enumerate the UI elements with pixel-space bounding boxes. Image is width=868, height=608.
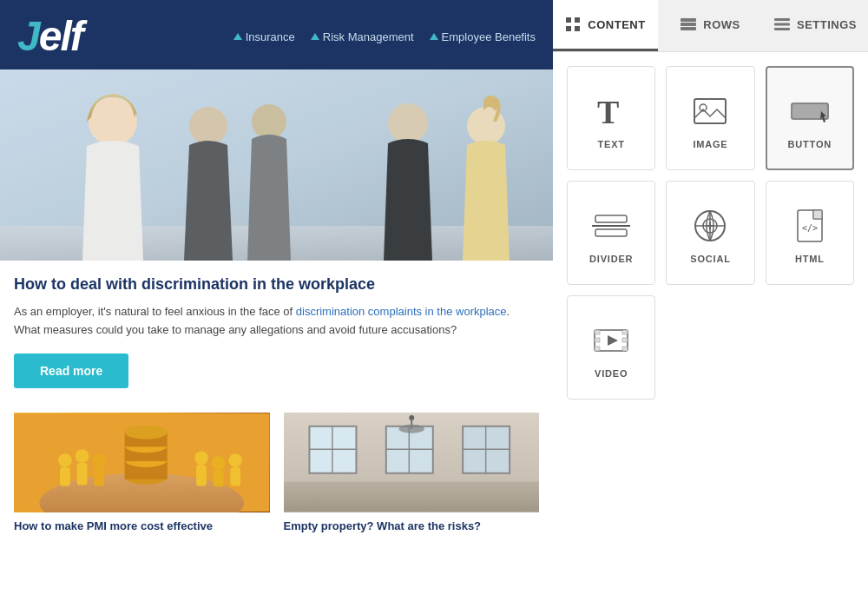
svg-rect-71 (595, 330, 600, 334)
divider-icon (592, 207, 630, 245)
read-more-button[interactable]: Read more (14, 354, 128, 388)
card-pmi-title: How to make PMI more cost effective (14, 519, 270, 534)
hero-svg (0, 69, 553, 261)
nav-insurance[interactable]: Insurance (233, 30, 295, 43)
svg-rect-58 (595, 215, 627, 222)
right-panel: CONTENT ROWS SETTINGS (553, 0, 868, 608)
pmi-image-svg (14, 413, 270, 512)
card-empty-title: Empty property? What are the risks? (284, 519, 540, 534)
article-title: How to deal with discrimination in the w… (14, 274, 539, 294)
content-item-html[interactable]: </> HTML (766, 181, 854, 285)
svg-rect-73 (595, 347, 600, 351)
tab-settings[interactable]: SETTINGS (763, 0, 868, 51)
content-item-image-label: IMAGE (693, 139, 727, 149)
grid-icon (565, 17, 581, 32)
svg-rect-59 (595, 229, 627, 236)
article-link-discrimination[interactable]: discrimination complaints in the workpla… (296, 305, 507, 318)
svg-rect-72 (595, 338, 600, 342)
logo-text: Jelf (17, 16, 82, 57)
svg-rect-48 (681, 23, 696, 26)
empty-property-svg (284, 413, 540, 512)
nav-arrow-insurance (233, 33, 242, 40)
content-item-text-label: TEXT (598, 139, 625, 149)
content-item-divider[interactable]: DIVIDER (567, 181, 655, 285)
svg-point-19 (76, 449, 89, 463)
hero-image (0, 69, 553, 261)
svg-rect-7 (0, 69, 553, 261)
html-icon: </> (791, 207, 829, 245)
svg-rect-30 (284, 482, 540, 512)
svg-point-21 (92, 453, 106, 467)
social-icon (691, 207, 729, 245)
tab-content[interactable]: CONTENT (553, 0, 658, 51)
svg-rect-22 (94, 467, 104, 486)
button-icon (788, 92, 832, 130)
content-item-social[interactable]: SOCIAL (666, 181, 754, 285)
svg-point-23 (194, 451, 208, 465)
svg-rect-51 (774, 23, 790, 26)
hero-image-content (0, 69, 553, 261)
svg-rect-52 (774, 28, 790, 30)
article-content: How to deal with discrimination in the w… (0, 261, 553, 413)
card-pmi: How to make PMI more cost effective (0, 413, 277, 534)
content-item-social-label: SOCIAL (690, 254, 730, 264)
svg-rect-24 (196, 465, 207, 486)
svg-rect-45 (566, 26, 571, 31)
nav-arrow-benefits (430, 33, 438, 40)
svg-rect-49 (681, 27, 696, 30)
svg-point-17 (58, 453, 72, 467)
content-item-video-label: VIDEO (595, 368, 628, 379)
svg-point-25 (212, 456, 226, 470)
tab-bar: CONTENT ROWS SETTINGS (553, 0, 868, 52)
image-icon (691, 92, 729, 130)
content-item-divider-label: DIVIDER (589, 254, 633, 264)
svg-rect-76 (622, 347, 628, 351)
nav-benefits[interactable]: Employee Benefits (430, 30, 536, 43)
svg-rect-54 (694, 99, 726, 123)
content-item-html-label: HTML (795, 254, 825, 264)
svg-rect-74 (622, 330, 628, 334)
article-excerpt: As an employer, it's natural to feel anx… (14, 303, 539, 340)
video-icon (592, 321, 630, 360)
svg-point-27 (228, 453, 242, 467)
card-empty-property: Empty property? What are the risks? (277, 413, 554, 534)
content-item-image[interactable]: IMAGE (666, 66, 754, 170)
left-panel: Jelf Insurance Risk Management Employee … (0, 0, 553, 608)
svg-rect-47 (681, 18, 696, 22)
header: Jelf Insurance Risk Management Employee … (0, 0, 553, 69)
svg-rect-18 (60, 467, 70, 486)
svg-rect-26 (214, 470, 224, 487)
logo: Jelf (17, 16, 82, 57)
bottom-cards: How to make PMI more cost effective (0, 413, 553, 534)
svg-rect-20 (77, 463, 88, 486)
svg-rect-43 (566, 17, 571, 23)
content-item-button-label: BUTTON (788, 139, 832, 149)
content-item-text[interactable]: T TEXT (567, 66, 655, 170)
svg-marker-77 (608, 335, 618, 346)
svg-rect-44 (575, 17, 580, 23)
content-item-video[interactable]: VIDEO (567, 295, 655, 400)
content-grid: T TEXT IMAGE (553, 52, 868, 608)
svg-rect-68 (813, 210, 822, 219)
content-item-button[interactable]: BUTTON (766, 66, 854, 170)
svg-rect-50 (774, 18, 790, 21)
tab-rows[interactable]: ROWS (658, 0, 763, 51)
svg-text:</>: </> (802, 223, 818, 233)
settings-icon (774, 18, 790, 30)
nav-risk[interactable]: Risk Management (311, 30, 414, 43)
svg-point-42 (398, 425, 424, 433)
svg-rect-75 (622, 338, 628, 342)
nav-arrow-risk (311, 33, 319, 40)
svg-rect-46 (575, 26, 580, 31)
text-icon: T (592, 92, 630, 130)
nav-links: Insurance Risk Management Employee Benef… (233, 30, 536, 43)
svg-point-16 (125, 426, 168, 439)
svg-rect-28 (230, 467, 240, 486)
svg-text:T: T (597, 94, 619, 130)
rows-icon (681, 18, 696, 30)
